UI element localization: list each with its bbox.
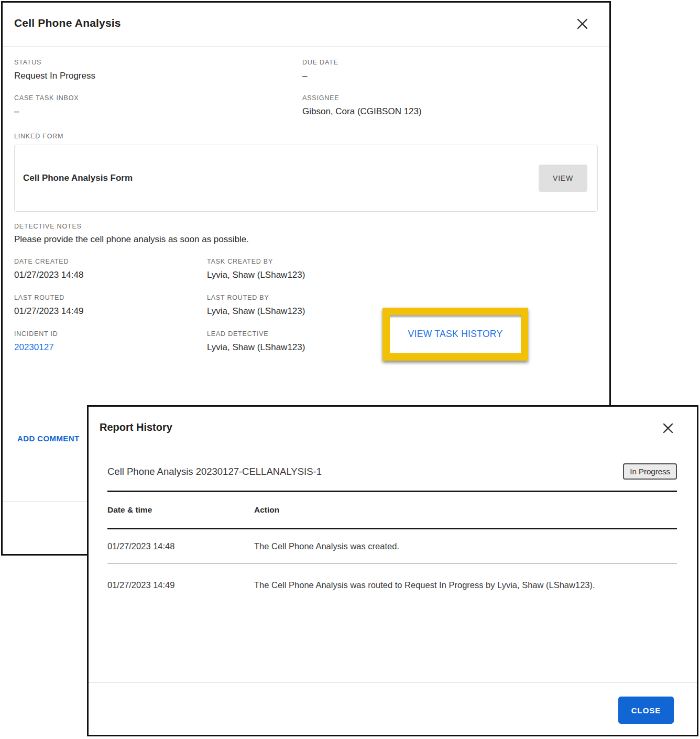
history-table: Date & time Action 01/27/2023 14:48 The … [107,491,677,607]
field-label: LEAD DETECTIVE [207,330,403,338]
report-name: Cell Phone Analysis 20230127-CELLANALYSI… [107,466,322,477]
field-value: Gibson, Cora (CGIBSON 123) [302,106,598,117]
table-row: 01/27/2023 14:48 The Cell Phone Analysis… [107,529,677,564]
field-value: 01/27/2023 14:49 [14,306,207,317]
dialog-title: Cell Phone Analysis [14,17,121,29]
field-label: CASE TASK INBOX [14,94,302,102]
field-value: – [14,106,302,117]
cell-action: The Cell Phone Analysis was created. [254,541,677,551]
status-badge: In Progress [623,463,677,480]
dialog-header: Report History [89,407,697,451]
add-comment-link[interactable]: ADD COMMENT [17,434,80,443]
column-header-action: Action [254,505,677,515]
field-label: LAST ROUTED BY [207,294,403,301]
close-icon [576,18,588,30]
field-label: STATUS [14,59,302,66]
table-row: 01/27/2023 14:49 The Cell Phone Analysis… [107,564,677,607]
linked-form-name: Cell Phone Analysis Form [23,173,133,183]
cell-date: 01/27/2023 14:48 [107,541,254,551]
field-case-task-inbox: CASE TASK INBOX – [14,94,302,117]
linked-form-label: LINKED FORM [14,133,598,140]
cell-action: The Cell Phone Analysis was routed to Re… [254,577,600,594]
field-last-routed-by: LAST ROUTED BY Lyvia, Shaw (LShaw123) [207,294,403,317]
field-last-routed: LAST ROUTED 01/27/2023 14:49 [14,294,207,317]
dialog-title: Report History [100,421,172,433]
detective-notes-value: Please provide the cell phone analysis a… [14,234,598,245]
field-label: TASK CREATED BY [207,258,403,265]
field-date-created: DATE CREATED 01/27/2023 14:48 [14,258,207,280]
field-label: DATE CREATED [14,258,207,265]
close-dialog-button[interactable]: CLOSE [618,697,674,724]
field-due-date: DUE DATE – [302,59,598,81]
field-label: ASSIGNEE [302,94,598,102]
field-value: Lyvia, Shaw (LShaw123) [207,270,403,280]
field-task-created-by: TASK CREATED BY Lyvia, Shaw (LShaw123) [207,258,403,280]
view-task-history-link[interactable]: VIEW TASK HISTORY [408,329,503,340]
field-assignee: ASSIGNEE Gibson, Cora (CGIBSON 123) [302,94,598,117]
field-value: – [302,71,598,81]
field-lead-detective: LEAD DETECTIVE Lyvia, Shaw (LShaw123) [207,330,403,353]
table-header-row: Date & time Action [107,492,677,529]
field-label: DUE DATE [302,59,598,66]
spacer-cell [403,258,598,280]
column-header-date: Date & time [107,505,254,515]
detective-notes-label: DETECTIVE NOTES [14,223,598,230]
incident-id-link[interactable]: 20230127 [14,342,54,352]
field-label: LAST ROUTED [14,294,207,301]
report-history-dialog: Report History Cell Phone Analysis 20230… [87,405,698,736]
field-value: 01/27/2023 14:48 [14,270,207,280]
field-status: STATUS Request In Progress [14,59,302,81]
close-button[interactable] [661,421,675,435]
dialog-header: Cell Phone Analysis [3,3,609,47]
field-incident-id: INCIDENT ID 20230127 [14,330,207,353]
field-label: INCIDENT ID [14,330,207,338]
linked-form-card: Cell Phone Analysis Form VIEW [14,145,598,212]
view-form-button[interactable]: VIEW [539,165,587,192]
close-button[interactable] [575,17,589,31]
field-value: Lyvia, Shaw (LShaw123) [207,342,403,353]
annotation-highlight-box: VIEW TASK HISTORY [382,308,528,361]
cell-date: 01/27/2023 14:49 [107,580,254,590]
field-value: Lyvia, Shaw (LShaw123) [207,306,403,317]
dialog-footer: CLOSE [89,682,697,735]
field-value: Request In Progress [14,71,302,81]
close-icon [662,422,674,434]
